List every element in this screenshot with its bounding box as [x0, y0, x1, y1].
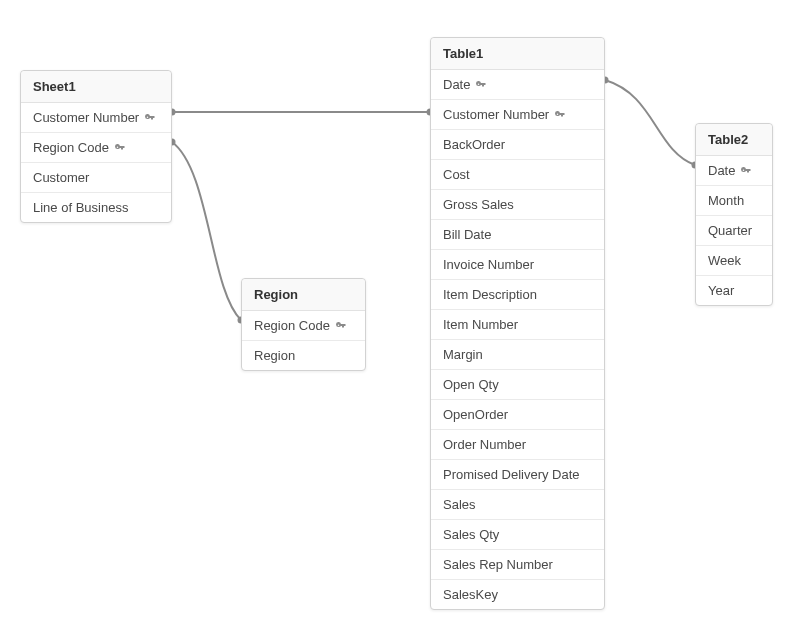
field-row[interactable]: Gross Sales: [431, 189, 604, 219]
field-row[interactable]: Sales Qty: [431, 519, 604, 549]
field-row[interactable]: Item Number: [431, 309, 604, 339]
field-label: Week: [708, 253, 741, 268]
table-title[interactable]: Table2: [696, 124, 772, 156]
key-icon: [144, 112, 156, 124]
field-label: BackOrder: [443, 137, 505, 152]
field-row[interactable]: BackOrder: [431, 129, 604, 159]
field-label: Item Number: [443, 317, 518, 332]
field-row[interactable]: Month: [696, 185, 772, 215]
field-label: Line of Business: [33, 200, 128, 215]
field-row[interactable]: Customer: [21, 162, 171, 192]
field-row[interactable]: Week: [696, 245, 772, 275]
field-label: Sales: [443, 497, 476, 512]
field-label: Month: [708, 193, 744, 208]
key-icon: [475, 79, 487, 91]
table-body: Region CodeRegion: [242, 311, 365, 370]
table-table2[interactable]: Table2 DateMonthQuarterWeekYear: [695, 123, 773, 306]
table-sheet1[interactable]: Sheet1 Customer NumberRegion CodeCustome…: [20, 70, 172, 223]
table-title[interactable]: Sheet1: [21, 71, 171, 103]
field-label: Date: [708, 163, 735, 178]
field-row[interactable]: Region Code: [242, 311, 365, 340]
field-row[interactable]: Date: [431, 70, 604, 99]
key-icon: [554, 109, 566, 121]
field-label: Year: [708, 283, 734, 298]
table-title[interactable]: Region: [242, 279, 365, 311]
field-row[interactable]: Sales Rep Number: [431, 549, 604, 579]
field-label: Item Description: [443, 287, 537, 302]
field-label: Gross Sales: [443, 197, 514, 212]
field-row[interactable]: Promised Delivery Date: [431, 459, 604, 489]
field-label: Region: [254, 348, 295, 363]
field-label: Sales Rep Number: [443, 557, 553, 572]
field-row[interactable]: Region: [242, 340, 365, 370]
field-row[interactable]: Invoice Number: [431, 249, 604, 279]
field-row[interactable]: Open Qty: [431, 369, 604, 399]
field-label: SalesKey: [443, 587, 498, 602]
field-label: Invoice Number: [443, 257, 534, 272]
field-label: Customer Number: [33, 110, 139, 125]
table-body: Customer NumberRegion CodeCustomerLine o…: [21, 103, 171, 222]
field-row[interactable]: Year: [696, 275, 772, 305]
field-row[interactable]: Quarter: [696, 215, 772, 245]
field-row[interactable]: Bill Date: [431, 219, 604, 249]
field-label: Bill Date: [443, 227, 491, 242]
field-label: Region Code: [33, 140, 109, 155]
table-region[interactable]: Region Region CodeRegion: [241, 278, 366, 371]
field-row[interactable]: SalesKey: [431, 579, 604, 609]
table-title[interactable]: Table1: [431, 38, 604, 70]
field-row[interactable]: Line of Business: [21, 192, 171, 222]
key-icon: [114, 142, 126, 154]
field-label: Quarter: [708, 223, 752, 238]
table-body: DateCustomer NumberBackOrderCostGross Sa…: [431, 70, 604, 609]
field-label: Margin: [443, 347, 483, 362]
field-row[interactable]: Item Description: [431, 279, 604, 309]
field-label: OpenOrder: [443, 407, 508, 422]
field-row[interactable]: Cost: [431, 159, 604, 189]
field-label: Promised Delivery Date: [443, 467, 580, 482]
field-row[interactable]: Customer Number: [21, 103, 171, 132]
field-row[interactable]: Date: [696, 156, 772, 185]
field-row[interactable]: OpenOrder: [431, 399, 604, 429]
field-label: Order Number: [443, 437, 526, 452]
field-label: Customer: [33, 170, 89, 185]
field-row[interactable]: Region Code: [21, 132, 171, 162]
field-label: Region Code: [254, 318, 330, 333]
key-icon: [740, 165, 752, 177]
field-label: Open Qty: [443, 377, 499, 392]
field-label: Date: [443, 77, 470, 92]
table-body: DateMonthQuarterWeekYear: [696, 156, 772, 305]
field-row[interactable]: Sales: [431, 489, 604, 519]
field-label: Cost: [443, 167, 470, 182]
field-row[interactable]: Customer Number: [431, 99, 604, 129]
field-label: Sales Qty: [443, 527, 499, 542]
key-icon: [335, 320, 347, 332]
field-label: Customer Number: [443, 107, 549, 122]
field-row[interactable]: Order Number: [431, 429, 604, 459]
table-table1[interactable]: Table1 DateCustomer NumberBackOrderCostG…: [430, 37, 605, 610]
field-row[interactable]: Margin: [431, 339, 604, 369]
